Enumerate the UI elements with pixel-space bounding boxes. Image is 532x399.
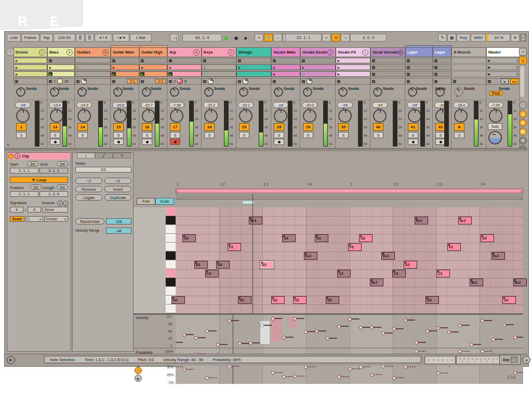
arm-button[interactable] [274, 139, 284, 145]
midi-note[interactable]: G2 [502, 296, 516, 304]
signature-numerator-field[interactable]: 4 [10, 207, 23, 212]
arrangement-position-field[interactable]: 64. 2. 4 [182, 34, 222, 42]
midi-note[interactable]: E♭3 [491, 252, 505, 260]
probability-marker[interactable] [436, 371, 440, 375]
clip-slot[interactable] [433, 58, 451, 63]
track-stop-row[interactable] [14, 78, 47, 85]
clip-play-icon[interactable]: ▶ [48, 65, 52, 69]
track-number-button[interactable]: A [454, 123, 464, 131]
clip-play-icon[interactable]: ▶ [237, 65, 242, 69]
clip-stop-icon[interactable] [434, 66, 437, 69]
arm-button[interactable] [113, 139, 124, 145]
tab-envelopes[interactable]: ╱ [95, 153, 113, 158]
volume-value-field[interactable]: -22.7 [141, 102, 156, 108]
volume-value-field[interactable]: -26.5 [112, 102, 128, 108]
loop-start-field[interactable]: 23. 1. 1 [285, 34, 322, 42]
piano-key[interactable] [166, 304, 176, 313]
clip-slot[interactable] [236, 58, 271, 63]
stop-all-clips-icon[interactable] [302, 80, 305, 83]
clip-stop-icon[interactable] [49, 59, 52, 62]
fold-track-headers-icon[interactable]: ▽ [6, 48, 15, 56]
clip-slot[interactable]: ▶ [139, 71, 167, 77]
stop-all-clips-icon[interactable] [112, 80, 115, 83]
probability-marker[interactable] [348, 367, 352, 371]
clip-slot[interactable] [370, 58, 405, 63]
probability-marker[interactable] [271, 371, 275, 375]
pan-knob[interactable] [303, 109, 316, 123]
note-tool-2-button[interactable]: ÷2 [75, 178, 102, 184]
velocity-marker[interactable] [404, 318, 407, 322]
midi-note[interactable]: B♭3 [458, 217, 472, 224]
track-stop-row[interactable]: 0:1 [111, 78, 139, 85]
clip-slot[interactable] [300, 58, 336, 63]
track-header-guitar-high[interactable]: Guitar High [139, 47, 167, 57]
send-a-knob[interactable] [142, 87, 151, 97]
clip-stop-icon[interactable] [372, 73, 375, 76]
clip-slot[interactable]: ▶ [336, 71, 370, 77]
piano-key[interactable] [166, 269, 176, 278]
clip-slot[interactable] [433, 71, 451, 77]
clip-slot[interactable]: ▶ [300, 64, 336, 70]
pan-knob[interactable] [50, 109, 63, 123]
solo-button[interactable]: S [373, 132, 383, 138]
punch-in-icon[interactable]: ⌐ [322, 34, 331, 42]
track-number-button[interactable]: 13 [50, 123, 60, 131]
stop-all-clips-icon[interactable] [453, 80, 456, 83]
velocity-marker[interactable] [359, 326, 363, 329]
clip-slot[interactable]: ▶ [236, 71, 271, 77]
signature-denominator-field[interactable]: 4 [28, 207, 41, 212]
midi-note[interactable]: B♭2 [370, 278, 383, 286]
clip-play-icon[interactable]: ▶ [337, 59, 341, 62]
clip-stop-icon[interactable] [302, 59, 305, 62]
arm-button[interactable] [408, 139, 418, 145]
midi-note[interactable]: G3 [282, 234, 296, 242]
track-header-a-reverb[interactable]: A Reverb [451, 47, 486, 57]
note-tool-invert-button[interactable]: Invert [104, 186, 131, 192]
crossfade-knob[interactable] [488, 131, 502, 144]
midi-note[interactable]: G2 [238, 296, 251, 304]
velocity-marker[interactable] [470, 343, 473, 347]
pan-knob[interactable] [489, 109, 502, 123]
midi-note[interactable]: D3 [194, 261, 208, 269]
track-number-button[interactable]: 35 [338, 123, 349, 131]
piano-key[interactable] [166, 225, 176, 234]
midi-note[interactable]: D3 [260, 261, 274, 269]
clip-play-icon[interactable]: ▶ [203, 72, 207, 76]
track-header-strings[interactable]: Strings [236, 47, 271, 57]
clip-play-icon[interactable]: ▶ [203, 65, 207, 69]
pitch-row-header[interactable] [134, 269, 166, 278]
launch-quantize-badge[interactable]: 0:1 [127, 79, 138, 84]
clip-play-icon[interactable]: ▶ [15, 65, 19, 69]
clip-slot[interactable]: ▶1 [486, 58, 520, 63]
clip-start-field[interactable]: 1. 1. 1 [10, 168, 38, 174]
midi-note[interactable]: E♭3 [304, 252, 317, 260]
arm-button[interactable] [142, 139, 152, 145]
device-tab-arp[interactable]: Arp [499, 355, 521, 365]
track-header-icon[interactable]: ≡ [362, 49, 368, 56]
pan-knob[interactable] [454, 109, 468, 123]
clip-slot[interactable]: ▶ [75, 64, 111, 70]
follow-button[interactable]: Follow [21, 34, 39, 42]
stop-all-clips-icon[interactable] [337, 80, 340, 83]
clip-slot[interactable]: ▶ [139, 64, 167, 70]
midi-note[interactable]: E♭3 [381, 252, 395, 260]
stop-all-clips-icon[interactable] [49, 80, 52, 83]
clip-stop-icon[interactable] [407, 59, 410, 62]
show-devices-icon[interactable]: ▲ [523, 356, 530, 364]
solo-button[interactable]: S [50, 132, 60, 138]
clip-play-icon[interactable]: ▶ [112, 65, 116, 69]
loop-button[interactable]: ⟲ Loop [10, 177, 68, 183]
track-header-guitars[interactable]: Guitars↻ [75, 47, 111, 57]
send-a-knob[interactable] [373, 87, 382, 97]
send-a-knob[interactable] [16, 87, 25, 97]
midi-note[interactable]: G3 [182, 234, 196, 242]
piano-key[interactable] [166, 287, 176, 296]
midi-note[interactable]: G2 [271, 296, 285, 304]
track-header-vocals-fx[interactable]: Vocals FX≡ [336, 47, 370, 57]
stop-all-clips-icon[interactable] [238, 80, 241, 83]
velocity-marker[interactable] [491, 338, 495, 341]
velocity-marker[interactable] [249, 341, 252, 345]
velocity-marker[interactable] [271, 317, 275, 321]
end-set-button[interactable]: Set [57, 161, 68, 166]
midi-note[interactable]: G2 [171, 296, 185, 304]
